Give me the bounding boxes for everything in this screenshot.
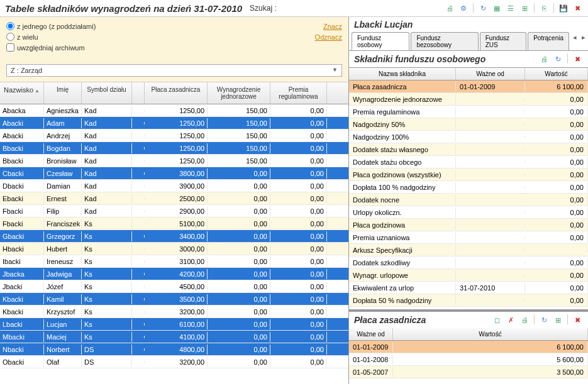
- table-row[interactable]: ObackiOlafDS3200,000,000,00: [0, 356, 348, 368]
- separator: [567, 314, 568, 324]
- col-comp-name[interactable]: Nazwa składnika: [349, 68, 456, 80]
- component-row[interactable]: Premia regulaminowa0,00: [349, 106, 588, 118]
- component-row[interactable]: Arkusz Specyfikacji: [349, 244, 588, 256]
- table-row[interactable]: KbackiKamilKs3500,000,000,00: [0, 293, 348, 306]
- components-body[interactable]: Płaca zasadnicza01-01-20096 100,00Wynagr…: [349, 80, 588, 307]
- toolbar: 🖨 ⚙ ↻ ▦ ☰ ⊞ ⎘ 💾 ✖: [444, 3, 583, 14]
- col-wynagr[interactable]: Wynagrodzenie jednorazowe: [208, 82, 270, 104]
- refresh-icon[interactable]: ↻: [552, 53, 563, 65]
- col-comp-date[interactable]: Ważne od: [456, 68, 525, 80]
- table-icon[interactable]: ⊞: [552, 314, 563, 326]
- col-gap: [132, 82, 145, 104]
- detail-section: Płaca zasadnicza ◻ ✗ 🖨 ↻ ⊞ ✖ Ważne od Wa…: [349, 309, 588, 378]
- department-select[interactable]: Z : Zarząd: [6, 64, 342, 77]
- component-row[interactable]: Urlopy okoliczn.0,00: [349, 206, 588, 219]
- component-row[interactable]: Dodatek nocne0,00: [349, 194, 588, 206]
- print-icon[interactable]: 🖨: [444, 3, 455, 14]
- separator: [534, 314, 535, 324]
- close-icon[interactable]: ✖: [572, 53, 583, 65]
- print-icon[interactable]: 🖨: [519, 314, 530, 326]
- close-icon[interactable]: ✖: [572, 3, 583, 14]
- archive-checkbox[interactable]: [6, 43, 14, 52]
- table-row[interactable]: CbackiCzesławKad3800,000,000,00: [0, 167, 348, 180]
- table-row[interactable]: BbackiBogdanKad1250,00150,000,00: [0, 142, 348, 155]
- table-row[interactable]: HbackiHubertKs3000,000,000,00: [0, 243, 348, 255]
- tab-prev-icon[interactable]: ◂: [570, 32, 579, 50]
- refresh-icon[interactable]: ↻: [538, 314, 550, 326]
- radio-multi[interactable]: [6, 33, 14, 41]
- col-placa[interactable]: Płaca zasadnicza: [145, 82, 208, 104]
- gear-icon[interactable]: ⚙: [458, 3, 469, 14]
- grid-icon[interactable]: ▦: [491, 3, 502, 14]
- component-row[interactable]: Dodatek stażu własnego0,00: [349, 143, 588, 156]
- unmark-link[interactable]: Odznacz: [315, 33, 342, 41]
- person-name: Lbacki Lucjan: [349, 17, 588, 32]
- list-icon[interactable]: ☰: [505, 3, 516, 14]
- table-row[interactable]: FbackiFilipKad2900,000,000,00: [0, 205, 348, 218]
- table-row[interactable]: LbackiLucjanKs6100,000,000,00: [0, 318, 348, 331]
- component-row[interactable]: Premia uznaniowa0,00: [349, 231, 588, 244]
- detail-row[interactable]: 01-05-20073 500,00: [349, 366, 588, 378]
- component-row[interactable]: Nadgodziny 100%0,00: [349, 131, 588, 143]
- table-row[interactable]: AbackiAndrzejKad1250,00150,000,00: [0, 130, 348, 142]
- tab-fundusz-zus[interactable]: Fundusz ZUS: [480, 32, 526, 50]
- table-row[interactable]: BbackiBronisławKad1250,00150,000,00: [0, 155, 348, 167]
- component-row[interactable]: Płaca godzinowa0,00: [349, 219, 588, 231]
- component-row[interactable]: Ekwiwalent za urlop31-07-20100,00: [349, 282, 588, 294]
- filter-box: z jednego (z poddziałami) Znacz z wielu …: [0, 17, 348, 82]
- component-row[interactable]: Płaca zasadnicza01-01-20096 100,00: [349, 80, 588, 93]
- table-row[interactable]: FbackiFranciszekKs5100,000,000,00: [0, 218, 348, 230]
- tab-potracenia[interactable]: Potrącenia: [528, 32, 569, 50]
- table-icon[interactable]: ⊞: [519, 3, 530, 14]
- delete-icon[interactable]: ✗: [505, 314, 516, 326]
- table-row[interactable]: KbackiKrzysztofKs3200,000,000,00: [0, 306, 348, 318]
- component-row[interactable]: Dopłata 50 % nadgodziny0,00: [349, 294, 588, 307]
- col-detail-date[interactable]: Ważne od: [349, 328, 393, 340]
- component-row[interactable]: Wynagr. urlopowe0,00: [349, 269, 588, 282]
- component-row[interactable]: Dodatek stażu obcego0,00: [349, 156, 588, 168]
- table-row[interactable]: EbackiErnestKad2500,000,000,00: [0, 192, 348, 205]
- refresh-icon[interactable]: ↻: [477, 3, 489, 14]
- separator: [473, 3, 474, 13]
- tab-fundusz-bezosobowy[interactable]: Fundusz bezosobowy: [411, 32, 478, 50]
- component-row[interactable]: Wynagrodzenie jednorazowe0,00: [349, 93, 588, 106]
- table-row[interactable]: JbackiJózefKs4500,000,000,00: [0, 280, 348, 293]
- left-panel: z jednego (z poddziałami) Znacz z wielu …: [0, 17, 349, 384]
- table-row[interactable]: IbackiIreneuszKs3100,000,000,00: [0, 255, 348, 268]
- table-row[interactable]: DbackiDamianKad3900,000,000,00: [0, 180, 348, 192]
- col-imie[interactable]: Imię: [44, 82, 82, 104]
- save-icon[interactable]: 💾: [558, 3, 569, 14]
- tab-fundusz-osobowy[interactable]: Fundusz osobowy: [352, 32, 409, 50]
- detail-title: Płaca zasadnicza: [354, 315, 426, 325]
- mark-link[interactable]: Znacz: [323, 23, 342, 30]
- col-premia[interactable]: Premia regulaminowa: [270, 82, 327, 104]
- radio-single-label: z jednego (z poddziałami): [17, 23, 96, 30]
- tab-next-icon[interactable]: ▸: [579, 32, 588, 50]
- radio-multi-label: z wielu: [17, 33, 38, 41]
- new-icon[interactable]: ◻: [491, 314, 502, 326]
- copy-icon[interactable]: ⎘: [538, 3, 550, 14]
- component-row[interactable]: Płaca godzinowa (wszystkie)0,00: [349, 168, 588, 181]
- col-comp-value[interactable]: Wartość: [525, 68, 588, 80]
- detail-row[interactable]: 01-01-20096 100,00: [349, 341, 588, 353]
- col-nazwisko[interactable]: Nazwisko▲: [0, 82, 44, 104]
- component-row[interactable]: Nadgodziny 50%0,00: [349, 118, 588, 131]
- grid-body[interactable]: AbackaAgnieszkaKad1250,00150,000,00Aback…: [0, 104, 348, 384]
- table-row[interactable]: JbackaJadwigaKs4200,000,000,00: [0, 268, 348, 280]
- detail-row[interactable]: 01-01-20085 600,00: [349, 353, 588, 366]
- radio-single[interactable]: [6, 22, 14, 30]
- col-symbol[interactable]: Symbol działu: [82, 82, 132, 104]
- component-row[interactable]: Dodatek szkodliwy0,00: [349, 256, 588, 269]
- table-row[interactable]: AbackiAdamKad1250,00150,000,00: [0, 117, 348, 130]
- component-row[interactable]: Dopłata 100 % nadgodziny0,00: [349, 181, 588, 194]
- section-components: Składniki funduszu osobowego 🖨 ↻ ✖: [349, 51, 588, 67]
- table-row[interactable]: AbackaAgnieszkaKad1250,00150,000,00: [0, 104, 348, 117]
- table-row[interactable]: NbackiNorbertDS4800,000,000,00: [0, 343, 348, 356]
- table-row[interactable]: GbackiGrzegorzKs3400,000,000,00: [0, 230, 348, 243]
- separator: [534, 3, 535, 13]
- table-row[interactable]: MbackiMaciejKs4100,000,000,00: [0, 331, 348, 343]
- print-icon[interactable]: 🖨: [538, 53, 550, 65]
- close-icon[interactable]: ✖: [572, 314, 583, 326]
- col-detail-value[interactable]: Wartość: [393, 328, 588, 340]
- detail-body[interactable]: 01-01-20096 100,0001-01-20085 600,0001-0…: [349, 341, 588, 378]
